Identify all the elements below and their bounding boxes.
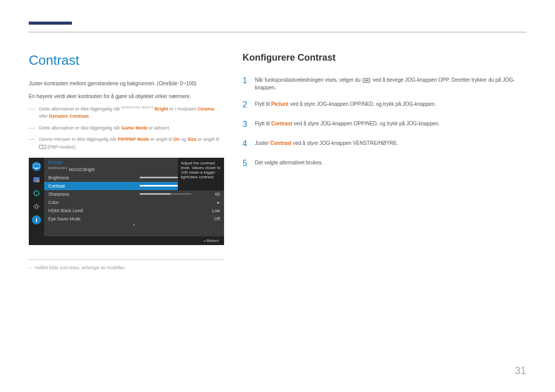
monitor-icon — [33, 164, 40, 169]
footnote-divider — [29, 259, 224, 260]
osd-pip-icon — [32, 175, 41, 184]
osd-scroll-down-icon: ▾ — [44, 223, 224, 227]
osd-row-eye-saver: Eye Saver ModeOff — [44, 215, 224, 223]
contrast-label: Contrast — [271, 121, 292, 126]
note-item-2: Dette alternativet er ikke tilgjengelig … — [29, 124, 224, 132]
step-text: Flytt til Picture ved å styre JOG-knappe… — [255, 99, 526, 111]
intro-paragraph-2: En høyere verdi øker kontrasten for å gj… — [29, 92, 224, 100]
svg-point-6 — [36, 218, 37, 219]
picture-label: Picture — [271, 101, 289, 107]
osd-display-icon — [32, 189, 41, 198]
step-number: 3 — [243, 118, 249, 130]
samsung-magic-label: SAMSUNG MAGIC — [121, 106, 155, 109]
contrast-label: Contrast — [270, 140, 291, 146]
bright-label: Bright — [155, 106, 169, 111]
text: (PBP-modus). — [46, 144, 77, 150]
header-rule — [29, 32, 526, 32]
cinema-label: Cinema — [197, 106, 214, 111]
step-1: 1 Når funksjonstastveiledningen vises, v… — [243, 74, 526, 91]
osd-sidebar — [29, 158, 44, 245]
text: er angitt til — [149, 137, 173, 142]
step-number: 1 — [243, 74, 249, 91]
svg-rect-4 — [34, 191, 39, 195]
text: . — [89, 114, 90, 119]
osd-info-icon — [32, 215, 41, 225]
svg-point-5 — [35, 205, 38, 208]
on-label: On — [173, 137, 180, 142]
dynamic-contrast-label: Dynamic Contrast — [49, 114, 89, 119]
osd-row-color: Color▸ — [44, 198, 224, 207]
text: eller — [39, 114, 49, 119]
svg-rect-1 — [35, 168, 38, 169]
left-column: Contrast Juster kontrasten mellom gjenst… — [29, 52, 224, 270]
osd-tooltip: Adjust the contrast level. Values closer… — [178, 158, 224, 191]
text: Denne menyen er ikke tilgjengelig når — [39, 137, 118, 142]
right-column: Konfigurere Contrast 1 Når funksjonstast… — [243, 52, 526, 270]
step-text: Flytt til Contrast ved å styre JOG-knapp… — [255, 118, 526, 130]
page-number: 31 — [515, 365, 526, 377]
size-label: Size — [188, 137, 197, 142]
step-4: 4 Juster Contrast ved å styre JOG-knappe… — [243, 138, 526, 150]
step-text: Det valgte alternativet brukes. — [255, 157, 526, 170]
footnote: Hvilket bilde som vises, avhenger av mod… — [29, 265, 224, 270]
osd-picture-icon — [32, 162, 41, 171]
note-item-1: Dette alternativet er ikke tilgjengelig … — [29, 105, 224, 120]
osd-row-hdmi-black: HDMI Black LevelLow — [44, 207, 224, 215]
section-tab-indicator — [29, 22, 72, 25]
step-number: 2 — [243, 99, 249, 111]
step-text: Når funksjonstastveiledningen vises, vel… — [255, 74, 526, 91]
svg-rect-7 — [36, 219, 37, 222]
osd-row-sharpness: Sharpness60 — [44, 190, 224, 198]
step-3: 3 Flytt til Contrast ved å styre JOG-kna… — [243, 118, 526, 130]
osd-screenshot: Picture SAMSUNG MAGICBrightCustom Bright… — [29, 158, 224, 245]
step-2: 2 Flytt til Picture ved å styre JOG-knap… — [243, 99, 526, 111]
text: Dette alternativet er ikke tilgjengelig … — [39, 106, 121, 111]
text: er angitt til — [197, 137, 219, 142]
osd-settings-icon — [32, 202, 41, 211]
menu-icon — [363, 78, 370, 83]
svg-rect-0 — [33, 164, 40, 168]
step-5: 5 Det valgte alternativet brukes. — [243, 157, 526, 170]
step-text: Juster Contrast ved å styre JOG-knappen … — [255, 138, 526, 150]
step-number: 5 — [243, 157, 249, 170]
pbp-icon — [39, 145, 46, 149]
section-title: Konfigurere Contrast — [243, 52, 526, 63]
note-item-3: Denne menyen er ikke tilgjengelig når PI… — [29, 136, 224, 151]
game-mode-label: Game Mode — [121, 125, 147, 130]
pip-pbp-label: PIP/PBP Mode — [118, 137, 149, 142]
text: og — [179, 137, 187, 142]
text: er i modusen — [168, 106, 197, 111]
text: Dette alternativet er ikke tilgjengelig … — [39, 125, 121, 130]
intro-paragraph-1: Juster kontrasten mellom gjenstandene og… — [29, 80, 224, 87]
step-number: 4 — [243, 138, 249, 150]
page-title: Contrast — [29, 52, 224, 68]
osd-return-bar: ◂ Return — [29, 236, 224, 245]
svg-rect-3 — [36, 180, 39, 182]
text: er aktivert. — [147, 125, 171, 130]
